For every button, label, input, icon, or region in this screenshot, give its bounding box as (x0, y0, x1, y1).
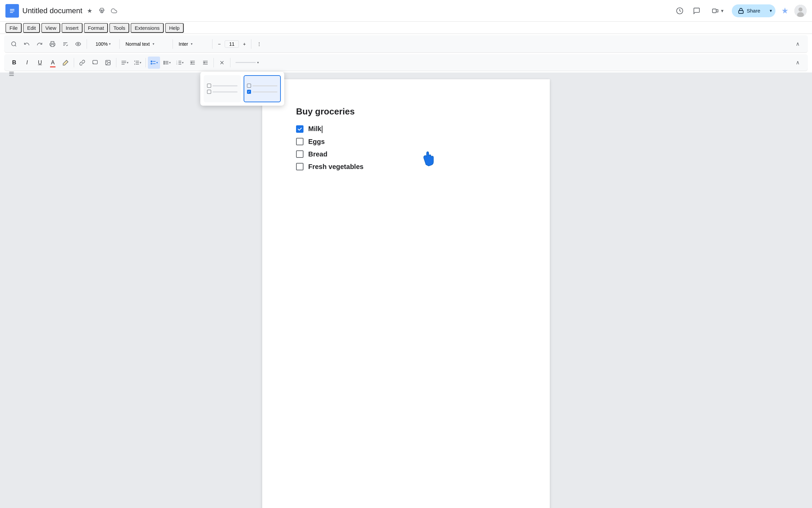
bold-button[interactable]: B (8, 57, 20, 69)
share-arrow-button[interactable]: ▾ (766, 5, 775, 17)
gemini-button[interactable] (779, 5, 791, 17)
history-button[interactable] (673, 4, 686, 18)
redo-button[interactable] (34, 39, 45, 49)
user-avatar[interactable] (794, 5, 807, 17)
image-button[interactable] (102, 57, 114, 69)
cloud-save-button[interactable] (109, 6, 119, 16)
more-options-button[interactable]: ⋮ (254, 39, 264, 49)
fmt-sep-5 (230, 58, 230, 67)
line-spacing-button[interactable]: ▾ (131, 57, 143, 69)
style-chevron: ▾ (153, 42, 154, 46)
star-button[interactable]: ★ (85, 6, 94, 16)
checklist-option-unchecked[interactable] (204, 75, 241, 102)
text-color-button[interactable]: A (47, 57, 59, 69)
paint-format-button[interactable] (72, 39, 84, 49)
menu-view[interactable]: View (41, 23, 60, 33)
checkbox-vegetables[interactable] (296, 163, 303, 170)
meet-button[interactable]: ▾ (707, 4, 728, 17)
zoom-display[interactable]: 100% ▾ (90, 39, 117, 49)
collapse-format-button[interactable]: ∧ (792, 57, 804, 69)
meet-label: ▾ (721, 8, 724, 14)
menu-format[interactable]: Format (84, 23, 108, 33)
mini-checkbox-1 (207, 84, 211, 88)
svg-rect-16 (151, 63, 152, 64)
svg-rect-10 (51, 44, 54, 46)
comment-button[interactable] (89, 57, 101, 69)
numbered-list-button[interactable]: 123 ▾ (174, 57, 186, 69)
svg-point-11 (77, 43, 79, 45)
font-size-input[interactable]: 11 (225, 40, 239, 48)
svg-rect-2 (10, 10, 15, 11)
fmt-sep-4 (213, 58, 214, 67)
mini-line-1 (212, 85, 238, 86)
fmt-sep-1 (74, 58, 74, 67)
list-item: Eggs (296, 138, 516, 146)
svg-text:1: 1 (176, 61, 177, 62)
checklist-dropdown: ✓ (200, 72, 284, 106)
mini-line-2 (212, 91, 238, 92)
checkbox-milk[interactable] (296, 125, 303, 133)
item-text-bread: Bread (308, 150, 328, 158)
zoom-chevron: ▾ (109, 42, 111, 46)
collapse-toolbar-button[interactable]: ∧ (792, 38, 804, 50)
menu-insert[interactable]: Insert (62, 23, 83, 33)
clear-formatting-button[interactable] (216, 57, 228, 69)
svg-point-9 (12, 42, 16, 46)
sidebar-toggle-button[interactable] (5, 68, 18, 80)
format-toolbar: B I U A ▾ ▾ (4, 54, 808, 71)
italic-button[interactable]: I (21, 57, 33, 69)
text-style-selector[interactable]: Normal text ▾ (122, 40, 170, 48)
highlight-button[interactable] (60, 57, 72, 69)
item-text-eggs: Eggs (308, 138, 325, 146)
spellcheck-button[interactable] (60, 39, 71, 49)
menu-extensions[interactable]: Extensions (131, 23, 163, 33)
menu-file[interactable]: File (5, 23, 22, 33)
menu-bar: File Edit View Insert Format Tools Exten… (0, 22, 812, 34)
separator-5 (251, 39, 251, 49)
menu-tools[interactable]: Tools (109, 23, 129, 33)
mini-line-3 (252, 85, 277, 86)
indent-more-button[interactable] (199, 57, 211, 69)
style-label: Normal text (126, 41, 150, 47)
decrease-font-button[interactable]: − (215, 39, 223, 49)
svg-rect-1 (10, 9, 15, 9)
svg-text:3: 3 (176, 64, 177, 65)
svg-rect-3 (10, 12, 13, 13)
separator-4 (212, 39, 212, 49)
indent-less-button[interactable] (186, 57, 199, 69)
comments-button[interactable] (690, 4, 703, 18)
share-button-group: Share ▾ (732, 4, 775, 17)
increase-font-button[interactable]: + (240, 39, 248, 49)
align-button[interactable]: ▾ (118, 57, 131, 69)
undo-button[interactable] (21, 39, 32, 49)
menu-help[interactable]: Help (165, 23, 184, 33)
font-label: Inter (179, 41, 188, 47)
svg-point-18 (163, 62, 164, 63)
drive-button[interactable] (97, 6, 107, 16)
app-icon[interactable] (5, 4, 19, 18)
print-button[interactable] (47, 39, 58, 49)
text-cursor (322, 126, 322, 133)
checkbox-bread[interactable] (296, 150, 303, 158)
menu-edit[interactable]: Edit (23, 23, 40, 33)
svg-point-7 (798, 7, 803, 12)
link-button[interactable] (76, 57, 88, 69)
bullet-list-button[interactable]: ▾ (161, 57, 173, 69)
checklist-option-checked[interactable]: ✓ (244, 75, 281, 102)
list-item: Fresh vegetables (296, 163, 516, 171)
toolbar-1: 100% ▾ Normal text ▾ Inter ▾ − 11 + ⋮ ∧ (4, 35, 808, 53)
top-bar-right: ▾ Share ▾ (673, 4, 807, 18)
share-main-button[interactable]: Share (732, 4, 766, 17)
font-chevron: ▾ (191, 42, 193, 46)
font-selector[interactable]: Inter ▾ (176, 40, 209, 48)
svg-text:2: 2 (176, 62, 177, 63)
checkbox-eggs[interactable] (296, 138, 303, 145)
checklist-button[interactable]: ▾ (148, 57, 160, 69)
underline-button[interactable]: U (34, 57, 46, 69)
svg-point-14 (107, 61, 107, 62)
search-button[interactable] (8, 39, 20, 49)
separator-2 (119, 39, 120, 49)
styles-dropdown[interactable]: ▾ (232, 59, 273, 66)
doc-title[interactable]: Untitled document (22, 6, 82, 15)
zoom-value: 100% (96, 41, 108, 47)
